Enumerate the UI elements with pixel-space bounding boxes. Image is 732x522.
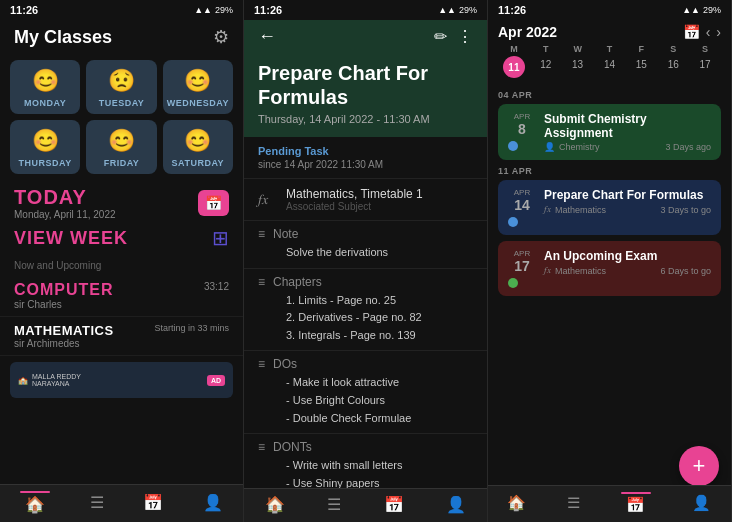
note-section: ≡ Note Solve the derivations <box>244 221 487 269</box>
monday-label: MONDAY <box>24 98 66 108</box>
panel-calendar: 11:26 ▲▲ 29% Apr 2022 📅 ‹ › M T W T F S … <box>488 0 732 522</box>
calendar-icon-3[interactable]: 📅 <box>683 24 700 40</box>
edit-icon[interactable]: ✏ <box>434 27 447 46</box>
cal-day-17[interactable]: 17 <box>689 56 721 78</box>
cal-day-11[interactable]: 11 <box>503 56 525 78</box>
nav-home[interactable]: 🏠 <box>20 491 50 514</box>
subject-row: 𝑓𝑥 Mathematics, Timetable 1 Associated S… <box>244 179 487 221</box>
chapter-1: 1. Limits - Page no. 25 <box>286 292 473 310</box>
nav-calendar-3[interactable]: 📅 <box>621 492 651 514</box>
nav-profile-3[interactable]: 👤 <box>692 494 711 512</box>
cal-day-16[interactable]: 16 <box>657 56 689 78</box>
math-class-name: MATHEMATICS <box>14 323 114 338</box>
dos-label: DOs <box>273 357 297 371</box>
more-icon[interactable]: ⋮ <box>457 27 473 46</box>
calendar-grid: M T W T F S S 11 12 13 14 15 16 17 <box>488 44 731 84</box>
task-date: Thursday, 14 April 2022 - 11:30 AM <box>258 113 473 125</box>
event-subject-1: Chemistry <box>559 142 600 152</box>
battery-icon-3: 29% <box>703 5 721 15</box>
math-teacher: sir Archimedes <box>14 338 229 349</box>
day-friday[interactable]: 😊 FRIDAY <box>86 120 156 174</box>
nav-list-3[interactable]: ☰ <box>567 494 580 512</box>
event-title-2: Prepare Chart For Formulas <box>544 188 711 202</box>
subject-icon-3: 𝑓𝑥 <box>544 265 551 276</box>
time-3: 11:26 <box>498 4 526 16</box>
nav-home-3[interactable]: 🏠 <box>507 494 526 512</box>
cal-day-15[interactable]: 15 <box>625 56 657 78</box>
p1-title: My Classes <box>14 27 112 48</box>
status-icons-2: ▲▲ 29% <box>438 5 477 15</box>
function-icon: 𝑓𝑥 <box>258 191 278 208</box>
p3-header: Apr 2022 📅 ‹ › <box>488 20 731 44</box>
cal-day-12[interactable]: 12 <box>530 56 562 78</box>
tuesday-label: TUESDAY <box>99 98 145 108</box>
nav-profile-2[interactable]: 👤 <box>446 495 466 514</box>
event-chemistry[interactable]: APR 8 Submit Chemistry Assignment 👤 Chem… <box>498 104 721 160</box>
subject-title: Mathematics, Timetable 1 <box>286 187 423 201</box>
wifi-icon: ▲▲ <box>194 5 212 15</box>
calendar-icon[interactable]: 📅 <box>198 190 229 216</box>
note-content: Solve the derivations <box>258 244 473 262</box>
bottom-nav-3: 🏠 ☰ 📅 👤 <box>488 485 731 522</box>
today-label[interactable]: TODAY <box>14 186 116 209</box>
event-exam[interactable]: APR 17 An Upcoming Exam 𝑓𝑥 Mathematics 6… <box>498 241 721 296</box>
battery-icon-2: 29% <box>459 5 477 15</box>
chapters-content: 1. Limits - Page no. 25 2. Derivatives -… <box>258 292 473 345</box>
day-wednesday[interactable]: 😊 WEDNESDAY <box>163 60 233 114</box>
nav-list[interactable]: ☰ <box>90 493 104 512</box>
event-formulas[interactable]: APR 14 Prepare Chart For Formulas 𝑓𝑥 Mat… <box>498 180 721 235</box>
subject-icon-2: 𝑓𝑥 <box>544 204 551 215</box>
section-label-04apr: 04 APR <box>498 90 721 100</box>
day-tuesday[interactable]: 😟 TUESDAY <box>86 60 156 114</box>
nav-profile[interactable]: 👤 <box>203 493 223 512</box>
p3-nav: 📅 ‹ › <box>683 24 721 40</box>
status-bar-3: 11:26 ▲▲ 29% <box>488 0 731 20</box>
cal-day-13[interactable]: 13 <box>562 56 594 78</box>
nav-list-2[interactable]: ☰ <box>327 495 341 514</box>
fab-add-button[interactable]: + <box>679 446 719 486</box>
event-time-3: 6 Days to go <box>660 266 711 276</box>
event-month-3: APR <box>508 249 536 258</box>
do-2: - Use Bright Colours <box>286 392 473 410</box>
battery-icon: 29% <box>215 5 233 15</box>
event-info-2: Prepare Chart For Formulas 𝑓𝑥 Mathematic… <box>544 188 711 215</box>
nav-calendar[interactable]: 📅 <box>143 493 163 512</box>
nav-home-2[interactable]: 🏠 <box>265 495 285 514</box>
grid-icon[interactable]: ⊞ <box>212 226 229 250</box>
section-label-11apr: 11 APR <box>498 166 721 176</box>
event-day-1: 8 <box>508 121 536 137</box>
next-month-btn[interactable]: › <box>716 24 721 40</box>
time-1: 11:26 <box>10 4 38 16</box>
wednesday-label: WEDNESDAY <box>167 98 229 108</box>
settings-icon[interactable]: ⚙ <box>213 26 229 48</box>
nav-calendar-2[interactable]: 📅 <box>384 495 404 514</box>
pending-label: Pending Task <box>258 145 473 157</box>
event-day-3: 17 <box>508 258 536 274</box>
day-t2: T <box>594 44 626 54</box>
day-monday[interactable]: 😊 MONDAY <box>10 60 80 114</box>
note-label: Note <box>273 227 298 241</box>
subject-icon-1: 👤 <box>544 142 555 152</box>
day-w: W <box>562 44 594 54</box>
day-f: F <box>625 44 657 54</box>
day-m: M <box>498 44 530 54</box>
status-bar-1: 11:26 ▲▲ 29% <box>0 0 243 20</box>
view-week-label[interactable]: VIEW WEEK <box>14 228 128 249</box>
saturday-label: SATURDAY <box>172 158 225 168</box>
cal-day-14[interactable]: 14 <box>594 56 626 78</box>
class-mathematics[interactable]: MATHEMATICS Starting in 33 mins sir Arch… <box>0 317 243 356</box>
day-thursday[interactable]: 😊 THURSDAY <box>10 120 80 174</box>
bottom-nav-1: 🏠 ☰ 📅 👤 <box>0 484 243 522</box>
day-saturday[interactable]: 😊 SATURDAY <box>163 120 233 174</box>
p1-header: My Classes ⚙ <box>0 20 243 54</box>
saturday-emoji: 😊 <box>184 128 211 154</box>
friday-label: FRIDAY <box>104 158 140 168</box>
back-button[interactable]: ← <box>258 26 276 47</box>
class-computer[interactable]: COMPUTER 33:12 sir Charles <box>0 275 243 317</box>
do-1: - Make it look attractive <box>286 374 473 392</box>
event-subject-3: Mathematics <box>555 266 606 276</box>
prev-month-btn[interactable]: ‹ <box>706 24 711 40</box>
event-date-box-1: APR 8 <box>508 112 536 151</box>
event-dot-2 <box>508 217 518 227</box>
cal-days-row: 11 12 13 14 15 16 17 <box>498 56 721 78</box>
